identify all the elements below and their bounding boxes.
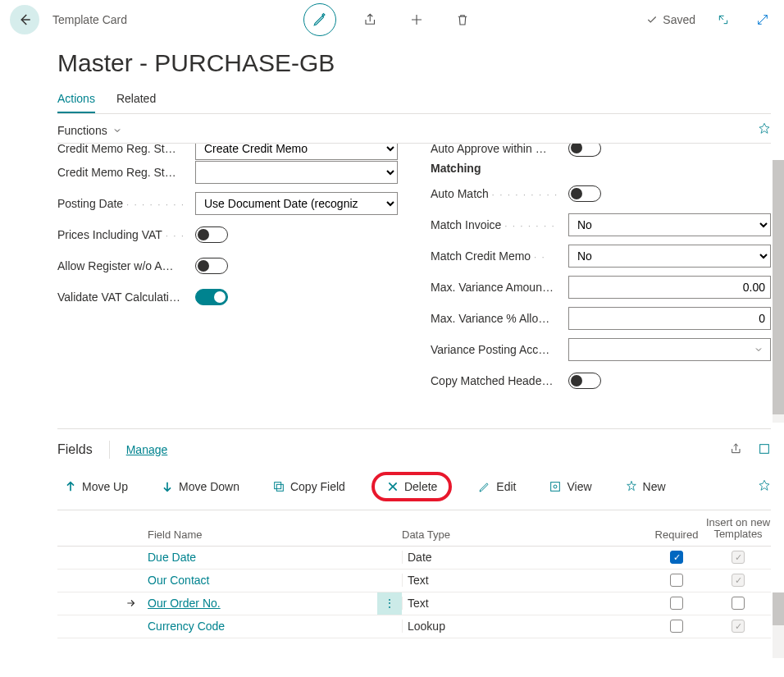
tab-actions[interactable]: Actions (57, 92, 95, 113)
insert-cell[interactable]: ✓ (705, 620, 771, 633)
pin-fields-button[interactable] (758, 479, 771, 495)
col-data-type[interactable]: Data Type (402, 528, 648, 541)
row-credit-memo-top: Credit Memo Reg. St… Create Credit Memo (57, 143, 398, 157)
data-type-cell: Date (402, 551, 648, 564)
row-auto-match: Auto Match· · · · · · · · · (431, 178, 771, 209)
page-title: Master - PURCHASE-GB (57, 49, 771, 77)
svg-rect-2 (276, 484, 283, 491)
popout-button[interactable] (712, 8, 735, 31)
movedown-button[interactable]: Move Down (154, 477, 246, 496)
action-tabs: Actions Related (57, 92, 771, 114)
check-icon (646, 14, 658, 25)
col-insert[interactable]: Insert on new Templates (705, 517, 771, 541)
delete-field-button[interactable]: Delete (371, 472, 452, 501)
functions-menu[interactable]: Functions (57, 124, 122, 137)
pencil-icon (312, 12, 327, 27)
functions-label: Functions (57, 124, 107, 137)
fields-actions: Move Up Move Down Copy Field Delete Edit… (57, 459, 771, 510)
moveup-button[interactable]: Move Up (57, 477, 134, 496)
pin-button[interactable] (758, 122, 771, 138)
fields-header: Fields Manage (57, 428, 771, 459)
scrollbar-main[interactable] (773, 160, 784, 423)
table-row[interactable]: Due DateDate✓✓ (57, 547, 771, 570)
auto-approve-label: Auto Approve within … (431, 143, 562, 155)
copy-matched-toggle[interactable] (568, 373, 601, 389)
edit-field-button[interactable]: Edit (472, 477, 522, 496)
required-cell[interactable] (648, 597, 705, 610)
var-posting-lookup[interactable] (568, 338, 771, 361)
row-copy-matched: Copy Matched Heade… (431, 365, 771, 396)
insert-cell[interactable]: ✓ (705, 574, 771, 587)
max-var-amount-input[interactable] (568, 276, 771, 299)
scrollbar-grid[interactable] (773, 592, 784, 658)
insert-cell[interactable] (705, 597, 771, 610)
table-row[interactable]: Currency CodeLookup✓ (57, 615, 771, 638)
svg-rect-3 (551, 483, 560, 492)
field-name-cell[interactable]: Currency Code (148, 620, 377, 633)
validate-vat-toggle[interactable] (195, 289, 228, 305)
share-icon (730, 442, 743, 455)
row-max-var-pct: Max. Variance % Allo… (431, 303, 771, 334)
auto-match-toggle[interactable] (568, 185, 601, 202)
arrow-right-icon (125, 597, 137, 609)
allow-register-toggle[interactable] (195, 258, 228, 274)
new-button[interactable] (405, 8, 428, 31)
match-credit-label: Match Credit Memo· · (431, 249, 562, 263)
new-field-button[interactable]: New (618, 477, 672, 496)
view-label: View (567, 480, 591, 493)
manage-link[interactable]: Manage (126, 443, 168, 456)
validate-vat-label: Validate VAT Calculati… (57, 290, 189, 304)
chevron-down-icon (754, 345, 763, 355)
expand-fields-button[interactable] (758, 442, 771, 458)
match-invoice-select[interactable]: No (568, 213, 771, 236)
max-var-pct-input[interactable] (568, 307, 771, 330)
back-button[interactable] (10, 5, 39, 34)
table-row[interactable]: Our ContactText✓ (57, 570, 771, 592)
delete-button[interactable] (451, 8, 474, 31)
auto-approve-toggle[interactable] (568, 143, 601, 157)
required-cell[interactable]: ✓ (648, 551, 705, 564)
field-name-cell[interactable]: Due Date (148, 551, 377, 564)
row-credit-memo: Credit Memo Reg. St… (57, 157, 398, 188)
form-area: Credit Memo Reg. St… Create Credit Memo … (57, 143, 771, 422)
view-icon (549, 480, 562, 493)
insert-cell[interactable]: ✓ (705, 551, 771, 564)
saved-label: Saved (663, 13, 695, 26)
var-posting-label: Variance Posting Acc… (431, 343, 562, 356)
saved-indicator: Saved (646, 13, 695, 26)
col-required[interactable]: Required (648, 528, 705, 541)
edit-mode-button[interactable] (303, 3, 336, 36)
tab-related[interactable]: Related (116, 92, 156, 113)
svg-point-4 (554, 485, 557, 488)
data-type-cell: Text (402, 597, 648, 610)
row-menu[interactable]: ⋮ (377, 592, 402, 615)
row-allow-register: Allow Register w/o A… (57, 250, 398, 281)
posting-date-select[interactable]: Use Document Date (recogniz (195, 192, 398, 215)
pin-icon (758, 122, 771, 135)
share-icon (363, 12, 378, 27)
separator (109, 441, 110, 459)
share-fields-button[interactable] (730, 442, 743, 458)
prices-vat-toggle[interactable] (195, 226, 228, 243)
credit-memo-select[interactable] (195, 161, 398, 184)
edit-label: Edit (496, 480, 516, 493)
copyfield-button[interactable]: Copy Field (266, 477, 352, 496)
required-cell[interactable] (648, 620, 705, 633)
match-credit-select[interactable]: No (568, 245, 771, 268)
field-name-cell[interactable]: Our Order No. (148, 597, 377, 610)
fields-title: Fields (57, 442, 93, 457)
svg-rect-1 (275, 483, 281, 489)
field-name-cell[interactable]: Our Contact (148, 574, 377, 587)
col-field-name[interactable]: Field Name (148, 528, 377, 541)
form-right-column: Auto Approve within … Matching Auto Matc… (431, 147, 771, 422)
row-var-posting: Variance Posting Acc… (431, 334, 771, 365)
required-cell[interactable] (648, 574, 705, 587)
view-field-button[interactable]: View (542, 477, 598, 496)
pencil-icon (478, 480, 491, 493)
table-row[interactable]: Our Order No.⋮Text (57, 592, 771, 615)
share-button[interactable] (359, 8, 382, 31)
auto-match-label: Auto Match· · · · · · · · · (431, 187, 562, 200)
top-toolbar: Template Card Saved (0, 0, 784, 39)
expand-button[interactable] (751, 8, 774, 31)
credit-memo-top-label: Credit Memo Reg. St… (57, 143, 189, 155)
